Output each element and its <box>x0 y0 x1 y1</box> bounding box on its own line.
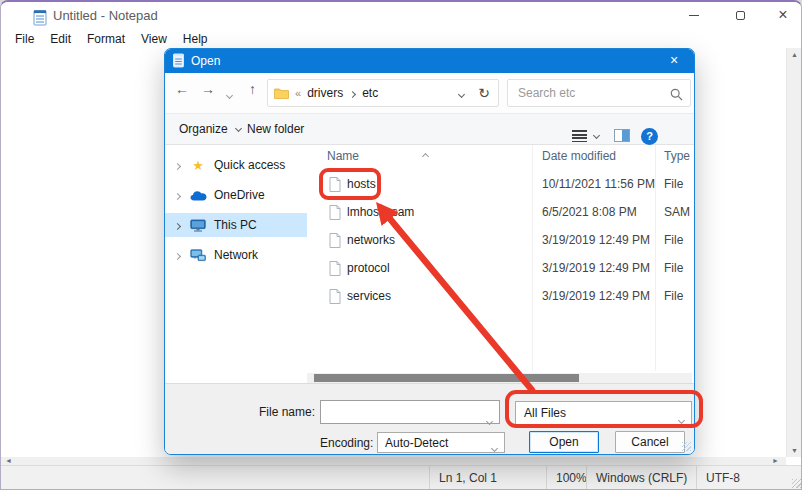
dialog-title: Open <box>191 49 220 73</box>
close-button[interactable]: × <box>768 2 798 28</box>
forward-icon[interactable]: → <box>201 81 215 97</box>
window-resize-grip[interactable] <box>792 479 801 488</box>
menu-file[interactable]: File <box>9 32 40 46</box>
file-name: protocol <box>347 261 390 275</box>
new-folder-label: New folder <box>247 122 304 136</box>
breadcrumb-item-drivers[interactable]: drivers <box>307 86 343 100</box>
notepad-window: Untitled - Notepad × File Edit Format Vi… <box>0 0 802 490</box>
chevron-expander-icon[interactable] <box>175 188 180 202</box>
chevron-down-icon[interactable] <box>487 410 492 428</box>
scroll-right-icon[interactable]: ► <box>772 457 779 465</box>
file-list-horizontal-scrollbar[interactable] <box>307 373 692 383</box>
recent-locations-icon[interactable] <box>227 85 232 101</box>
search-icon <box>670 87 683 105</box>
dialog-resize-grip[interactable] <box>682 442 691 451</box>
chevron-expander-icon[interactable] <box>175 248 180 262</box>
notepad-titlebar: Untitled - Notepad × <box>1 2 802 30</box>
column-header-name[interactable]: Name <box>327 149 359 163</box>
encoding-dropdown[interactable]: Auto-Detect <box>377 432 505 453</box>
encoding-label: Encoding: <box>320 436 373 450</box>
network-icon <box>188 249 208 262</box>
dialog-titlebar: Open × <box>165 49 694 73</box>
sidebar-item-label: Network <box>214 248 258 262</box>
sidebar-item-this-pc[interactable]: This PC <box>165 213 307 237</box>
status-cursor-position: Ln 1, Col 1 <box>429 466 546 490</box>
file-type: SAM <box>664 205 690 219</box>
file-name-label: File name: <box>225 405 315 419</box>
chevron-right-icon <box>350 86 355 100</box>
file-icon <box>329 177 341 195</box>
open-button[interactable]: Open <box>529 431 599 453</box>
file-name: networks <box>347 233 395 247</box>
chevron-expander-icon[interactable] <box>175 158 180 172</box>
file-row[interactable]: protocol 3/19/2019 12:49 PM File <box>307 255 694 283</box>
scroll-left-icon[interactable]: ◄ <box>5 457 12 465</box>
file-row[interactable]: lmhosts.sam 6/5/2021 8:08 PM SAM <box>307 199 694 227</box>
chevron-expander-icon[interactable] <box>175 218 180 232</box>
list-view-icon <box>572 130 587 142</box>
organize-button[interactable]: Organize <box>179 114 241 144</box>
scroll-down-icon[interactable]: ▼ <box>787 447 802 454</box>
cancel-button[interactable]: Cancel <box>615 431 685 453</box>
window-title: Untitled - Notepad <box>53 2 158 30</box>
file-type-dropdown[interactable]: All Files <box>515 401 692 425</box>
menu-help[interactable]: Help <box>177 32 214 46</box>
menu-edit[interactable]: Edit <box>44 32 77 46</box>
dialog-close-button[interactable]: × <box>662 49 686 73</box>
search-input[interactable] <box>516 83 666 103</box>
breadcrumb[interactable]: « drivers etc ↻ <box>267 79 499 107</box>
file-date-modified: 3/19/2019 12:49 PM <box>542 233 650 247</box>
breadcrumb-item-etc[interactable]: etc <box>362 86 378 100</box>
scrollbar-thumb[interactable] <box>314 374 579 382</box>
file-name: hosts <box>347 177 376 191</box>
status-zoom-level: 100% <box>546 466 586 490</box>
file-row[interactable]: networks 3/19/2019 12:49 PM File <box>307 227 694 255</box>
maximize-button[interactable] <box>725 2 755 28</box>
notepad-vertical-scrollbar[interactable]: ▲ ▼ <box>786 48 801 457</box>
dialog-toolbar: Organize New folder ? <box>165 113 694 145</box>
dialog-bottom-panel: File name: All Files Encoding: Auto-Dete… <box>165 383 694 455</box>
file-row[interactable]: hosts 10/11/2021 11:56 PM File <box>307 171 694 199</box>
file-icon <box>329 261 341 279</box>
sidebar-item-network[interactable]: Network <box>165 243 307 267</box>
sidebar-item-quick-access[interactable]: ★ Quick access <box>165 153 307 177</box>
notepad-horizontal-scrollbar[interactable]: ◄ ► <box>1 457 786 465</box>
folder-icon <box>274 87 289 99</box>
up-icon[interactable]: ↑ <box>249 81 256 97</box>
minimize-icon <box>689 15 699 16</box>
chevron-down-icon <box>235 125 242 132</box>
minimize-button[interactable] <box>679 2 709 28</box>
maximize-icon <box>736 11 745 20</box>
chevron-down-icon <box>679 412 684 426</box>
new-folder-button[interactable]: New folder <box>247 114 304 144</box>
open-dialog: Open × ← → ↑ « drivers etc ↻ <box>164 48 695 455</box>
menu-view[interactable]: View <box>135 32 173 46</box>
file-name-input[interactable] <box>325 403 480 421</box>
help-icon: ? <box>641 128 658 145</box>
onedrive-cloud-icon <box>188 190 208 201</box>
chevron-down-icon <box>226 92 233 99</box>
file-date-modified: 3/19/2019 12:49 PM <box>542 289 650 303</box>
sidebar-item-label: This PC <box>214 218 257 232</box>
refresh-icon[interactable]: ↻ <box>478 85 490 101</box>
file-type: File <box>664 261 683 275</box>
column-header-date-modified[interactable]: Date modified <box>542 149 616 163</box>
column-header-type[interactable]: Type <box>664 149 690 163</box>
status-line-ending: Windows (CRLF) <box>586 466 696 490</box>
dialog-close-icon: × <box>670 52 678 68</box>
address-dropdown-icon[interactable] <box>459 86 464 100</box>
file-row[interactable]: services 3/19/2019 12:49 PM File <box>307 283 694 311</box>
file-type: File <box>664 177 683 191</box>
sidebar-item-onedrive[interactable]: OneDrive <box>165 183 307 207</box>
scroll-up-icon[interactable]: ▲ <box>787 51 802 58</box>
dialog-navigation-bar: ← → ↑ « drivers etc ↻ <box>165 73 694 113</box>
back-icon[interactable]: ← <box>175 81 189 97</box>
breadcrumb-collapse-mark[interactable]: « <box>295 87 301 99</box>
file-name-combobox[interactable] <box>320 400 500 424</box>
dialog-body: ★ Quick access OneDrive <box>165 145 694 373</box>
search-box[interactable] <box>507 79 691 107</box>
chevron-down-icon <box>492 440 497 454</box>
file-date-modified: 3/19/2019 12:49 PM <box>542 261 650 275</box>
dialog-notepad-icon <box>173 53 184 72</box>
menu-format[interactable]: Format <box>81 32 131 46</box>
